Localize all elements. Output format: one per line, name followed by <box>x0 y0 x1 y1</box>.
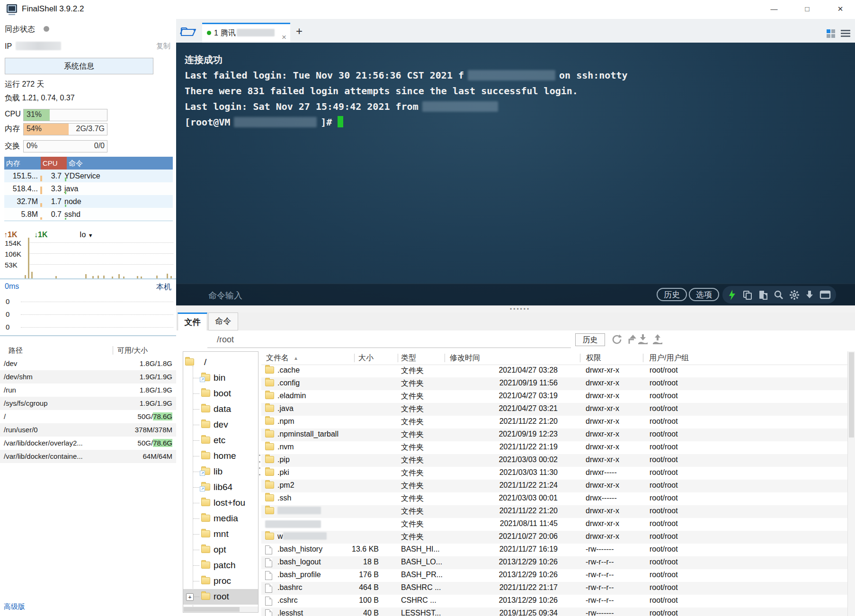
tree-item-lib64[interactable]: lib64 <box>183 480 258 495</box>
disk-row[interactable]: /50G/78.6G <box>0 410 176 423</box>
grid-view-icon[interactable] <box>827 29 835 38</box>
tree-item-opt[interactable]: opt <box>183 542 258 558</box>
file-row[interactable]: .npm文件夹2021/11/22 21:20drwxr-xr-xroot/ro… <box>261 416 847 429</box>
refresh-icon[interactable] <box>611 334 623 346</box>
tree-item-mnt[interactable]: mnt <box>183 527 258 542</box>
process-col-header[interactable]: 内存 <box>4 157 41 170</box>
terminal[interactable]: 连接成功Last failed login: Tue Nov 30 21:56:… <box>176 43 855 305</box>
disk-row[interactable]: /var/lib/docker/containe...64M/64M <box>0 450 176 463</box>
system-info-button[interactable]: 系统信息 <box>5 58 153 74</box>
download-icon[interactable] <box>637 334 649 346</box>
file-row[interactable]: .pm2文件夹2021/11/22 21:24drwxr-xr-xroot/ro… <box>261 480 847 492</box>
tree-item-lost+fou[interactable]: lost+fou <box>183 495 258 511</box>
file-row[interactable]: .ssh文件夹2021/03/03 00:01drwx------root/ro… <box>261 492 847 505</box>
tree-item-proc[interactable]: proc <box>183 573 258 589</box>
file-col-header[interactable]: 大小 <box>358 353 374 363</box>
disk-table-header[interactable]: 路径 可用/大小 <box>0 344 176 357</box>
paste-icon[interactable] <box>758 290 768 300</box>
disk-row[interactable]: /dev/shm1.9G/1.9G <box>0 370 176 384</box>
tab-命令[interactable]: 命令 <box>208 312 238 330</box>
process-col-header[interactable]: CPU <box>41 157 67 170</box>
settings-icon[interactable] <box>789 290 800 300</box>
file-row[interactable]: .nvm文件夹2021/11/22 21:19drwxr-xr-xroot/ro… <box>261 441 847 454</box>
new-tab-button[interactable]: + <box>294 26 305 37</box>
file-row[interactable]: 文件夹2021/11/22 21:20drwxr-xr-xroot/root <box>261 505 847 518</box>
tree-item-root[interactable]: +root <box>183 589 258 605</box>
file-row[interactable]: .pip文件夹2021/03/03 00:02drwxr-xr-xroot/ro… <box>261 454 847 467</box>
tree-item-data[interactable]: data <box>183 402 258 417</box>
file-row[interactable]: .eladmin文件夹2021/04/27 03:19drwxr-xr-xroo… <box>261 390 847 403</box>
file-row[interactable]: .lesshst40 BLESSHST...2019/11/25 09:34-r… <box>261 607 847 616</box>
download-icon[interactable] <box>805 290 814 300</box>
file-row[interactable]: .bash_logout18 BBASH_LO...2013/12/29 10:… <box>261 556 847 569</box>
folder-icon <box>201 483 210 491</box>
tree-item-etc[interactable]: etc <box>183 433 258 448</box>
disk-row[interactable]: /run/user/0378M/378M <box>0 423 176 437</box>
file-row[interactable]: .cache文件夹2021/04/27 03:28drwxr-xr-xroot/… <box>261 365 847 377</box>
minimize-button[interactable]: — <box>767 3 781 15</box>
tree-item-patch[interactable]: patch <box>183 558 258 573</box>
process-row[interactable]: 5.8M0.7sshd <box>4 208 173 221</box>
copy-ip-button[interactable]: 复制 <box>156 42 170 51</box>
disk-row[interactable]: /var/lib/docker/overlay2...50G/78.6G <box>0 437 176 450</box>
file-col-header[interactable]: 权限 <box>586 353 601 363</box>
expand-icon[interactable]: + <box>186 593 194 601</box>
file-history-button[interactable]: 历史 <box>575 333 605 346</box>
file-col-header[interactable]: 用户/用户组 <box>649 353 689 363</box>
history-button[interactable]: 历史 <box>657 288 687 301</box>
process-table-header[interactable]: 内存CPU命令 <box>4 157 173 170</box>
process-row[interactable]: 518.4...3.3java <box>4 182 173 195</box>
file-row[interactable]: .npminstall_tarball文件夹2021/09/19 12:23dr… <box>261 429 847 441</box>
tree-horizontal-scrollbar[interactable] <box>183 607 258 612</box>
file-row[interactable]: 文件夹2021/08/11 11:45drwxr-xr-xroot/root <box>261 518 847 531</box>
file-table-scrollbar[interactable] <box>847 351 855 616</box>
process-row[interactable]: 151.5...3.7YDService <box>4 170 173 182</box>
tree-item-bin[interactable]: bin <box>183 370 258 386</box>
file-row[interactable]: .bashrc464 BBASHRC ...2021/11/22 21:17-r… <box>261 582 847 595</box>
meter-CPU: CPU31% <box>0 109 176 121</box>
search-icon[interactable] <box>774 290 784 300</box>
file-icon <box>265 609 272 616</box>
window-icon[interactable] <box>819 290 831 300</box>
disk-row[interactable]: /dev1.8G/1.8G <box>0 357 176 370</box>
file-row[interactable]: .config文件夹2021/09/19 11:56drwxr-xr-xroot… <box>261 377 847 390</box>
file-row[interactable]: .cshrc100 BCSHRC ...2013/12/29 10:26-rw-… <box>261 595 847 607</box>
lightning-icon[interactable] <box>728 290 737 300</box>
file-col-header[interactable]: 文件名 <box>266 353 289 363</box>
process-col-header[interactable]: 命令 <box>67 157 173 170</box>
session-tab[interactable]: 1腾讯 × <box>202 23 290 43</box>
path-bar: /root 历史 <box>176 330 855 350</box>
file-row[interactable]: .bash_history13.6 KBBASH_HI...2021/11/27… <box>261 544 847 556</box>
file-row[interactable]: .bash_profile176 BBASH_PR...2013/12/29 1… <box>261 569 847 582</box>
menu-icon[interactable] <box>841 30 850 37</box>
upload-icon[interactable] <box>651 334 664 346</box>
tree-item-home[interactable]: home <box>183 448 258 464</box>
tree-item-/[interactable]: / <box>183 355 258 370</box>
copy-icon[interactable] <box>742 290 753 300</box>
tree-table-splitter[interactable] <box>259 455 261 475</box>
folder-icon <box>265 392 274 399</box>
tab-文件[interactable]: 文件 <box>178 312 207 330</box>
disk-row[interactable]: /run1.8G/1.9G <box>0 384 176 397</box>
tree-item-boot[interactable]: boot <box>183 386 258 402</box>
close-button[interactable]: ✕ <box>833 3 847 15</box>
path-input[interactable]: /root <box>217 335 234 345</box>
file-row[interactable]: w文件夹2021/10/27 20:06drwxr-xr-xroot/root <box>261 531 847 544</box>
file-col-header[interactable]: 类型 <box>401 353 416 363</box>
file-col-header[interactable]: 修改时间 <box>450 353 480 363</box>
folder-icon <box>201 515 210 522</box>
maximize-button[interactable]: □ <box>800 3 814 15</box>
file-row[interactable]: .pki文件夹2021/03/03 11:30drwxr-----root/ro… <box>261 467 847 480</box>
command-input[interactable]: 命令输入 <box>208 290 242 301</box>
open-connections-button[interactable] <box>180 25 197 38</box>
tree-item-dev[interactable]: dev <box>183 417 258 433</box>
folder-icon <box>265 494 274 501</box>
disk-row[interactable]: /sys/fs/cgroup1.9G/1.9G <box>0 397 176 410</box>
tree-item-lib[interactable]: lib <box>183 464 258 480</box>
file-table-header[interactable]: 文件名大小类型修改时间权限用户/用户组▴ <box>261 351 847 365</box>
tree-item-media[interactable]: media <box>183 511 258 527</box>
options-button[interactable]: 选项 <box>689 288 719 301</box>
disk-table: 路径 可用/大小 /dev1.8G/1.8G/dev/shm1.9G/1.9G/… <box>0 344 176 463</box>
process-row[interactable]: 32.7M1.7node <box>4 195 173 208</box>
file-row[interactable]: .java文件夹2021/04/27 03:21drwxr-xr-xroot/r… <box>261 403 847 416</box>
